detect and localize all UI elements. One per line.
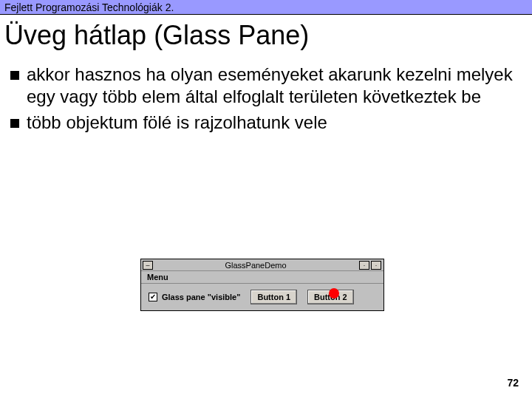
bullet-item: akkor hasznos ha olyan eseményeket akaru… [10, 64, 523, 109]
maximize-button[interactable]: · [359, 261, 369, 270]
menu-item[interactable]: Menu [147, 273, 168, 282]
button-1[interactable]: Button 1 [250, 290, 297, 304]
checkbox-label: Glass pane "visible" [162, 293, 240, 301]
bullet-list: akkor hasznos ha olyan eseményeket akaru… [10, 64, 523, 134]
menu-bar: Menu [141, 271, 383, 284]
window-body: ✔ Glass pane "visible" Button 1 Button 2 [141, 284, 383, 310]
slide-title: Üveg hátlap (Glass Pane) [4, 21, 532, 50]
checkbox[interactable]: ✔ [149, 293, 157, 301]
glass-pane-dot-icon [329, 288, 339, 299]
page-number: 72 [507, 377, 519, 389]
window-title: GlassPaneDemo [153, 261, 358, 270]
bullet-marker-icon [10, 71, 19, 80]
bullet-marker-icon [10, 119, 19, 128]
window-titlebar: – GlassPaneDemo · · [141, 259, 383, 271]
bullet-text: több objektum fölé is rajzolhatunk vele [27, 112, 523, 134]
minimize-button[interactable]: – [143, 261, 153, 270]
slide-header: Fejlett Programozási Technológiák 2. [0, 0, 532, 15]
app-window: – GlassPaneDemo · · Menu ✔ [140, 259, 384, 311]
maximize-icon: · [364, 262, 366, 269]
demo-screenshot: – GlassPaneDemo · · Menu ✔ [140, 259, 384, 311]
course-name: Fejlett Programozási Technológiák 2. [4, 1, 174, 13]
titlebar-right-buttons: · · [358, 260, 382, 270]
close-icon: · [375, 262, 378, 269]
minimize-icon: – [146, 262, 149, 269]
slide: Fejlett Programozási Technológiák 2. Üve… [0, 0, 532, 399]
check-icon: ✔ [150, 293, 156, 301]
bullet-item: több objektum fölé is rajzolhatunk vele [10, 112, 523, 134]
checkbox-group[interactable]: ✔ Glass pane "visible" [149, 293, 240, 301]
bullet-text: akkor hasznos ha olyan eseményeket akaru… [27, 64, 523, 109]
close-button[interactable]: · [371, 261, 381, 270]
